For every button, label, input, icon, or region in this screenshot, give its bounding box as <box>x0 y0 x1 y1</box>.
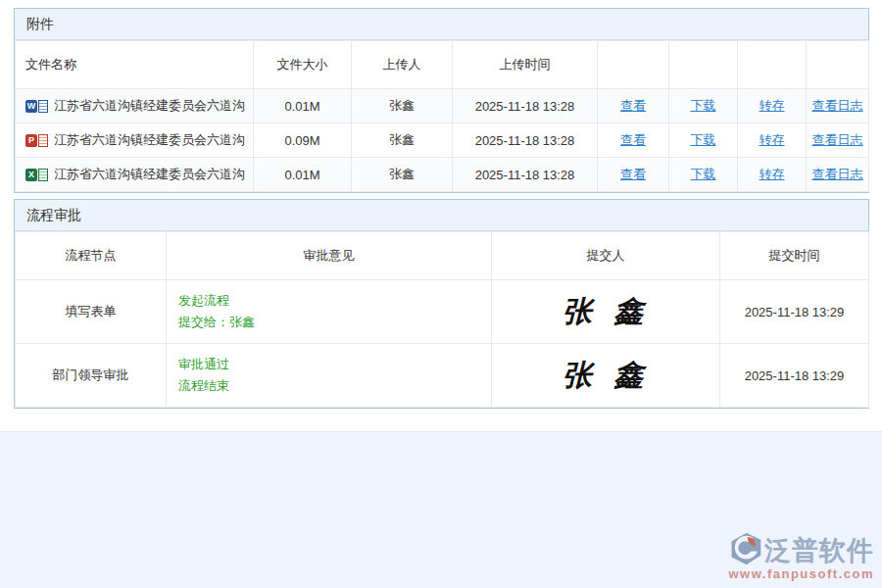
flow-node: 填写表单 <box>16 280 167 344</box>
view-log-link[interactable]: 查看日志 <box>812 132 863 147</box>
vendor-logo: 泛普软件 www.fanpusoft.com <box>728 532 874 581</box>
opinion-cell: 审批通过 流程结束 <box>167 344 492 408</box>
column-action-1 <box>598 41 669 89</box>
attachments-table: 文件名称 文件大小 上传人 上传时间 W江苏省六道沟镇经建委员会六道沟 0.01… <box>15 40 869 192</box>
column-file-name: 文件名称 <box>16 41 254 89</box>
ppt-file-icon: P <box>25 134 48 147</box>
flow-node: 部门领导审批 <box>16 344 167 408</box>
uploader: 张鑫 <box>352 158 453 192</box>
transfer-link[interactable]: 转存 <box>760 167 785 181</box>
attachments-header-row: 文件名称 文件大小 上传人 上传时间 <box>16 41 869 89</box>
view-log-link[interactable]: 查看日志 <box>812 167 863 181</box>
submit-time: 2025-11-18 13:29 <box>720 344 869 408</box>
file-size: 0.01M <box>254 89 352 123</box>
attachments-panel: 附件 文件名称 文件大小 上传人 上传时间 W江苏省六道沟镇经建委员会六道沟 <box>14 8 869 193</box>
column-opinion: 审批意见 <box>167 232 492 280</box>
upload-time: 2025-11-18 13:28 <box>453 158 598 192</box>
attachment-row: W江苏省六道沟镇经建委员会六道沟 0.01M 张鑫 2025-11-18 13:… <box>16 89 869 123</box>
upload-time: 2025-11-18 13:28 <box>453 89 598 123</box>
excel-file-icon: X <box>25 169 48 181</box>
view-link[interactable]: 查看 <box>620 132 646 147</box>
view-link[interactable]: 查看 <box>620 98 646 113</box>
file-name: 江苏省六道沟镇经建委员会六道沟 <box>54 132 245 147</box>
file-name-cell: P江苏省六道沟镇经建委员会六道沟 <box>16 123 254 158</box>
submitter-signature: 张 鑫 <box>492 280 720 344</box>
column-flow-node: 流程节点 <box>16 232 167 280</box>
submit-time: 2025-11-18 13:29 <box>720 280 869 344</box>
view-log-link[interactable]: 查看日志 <box>812 98 863 113</box>
column-uploader: 上传人 <box>352 41 453 89</box>
attachment-row: P江苏省六道沟镇经建委员会六道沟 0.09M 张鑫 2025-11-18 13:… <box>16 123 869 158</box>
column-upload-time: 上传时间 <box>453 41 598 89</box>
opinion-line: 审批通过 <box>178 354 490 375</box>
view-link[interactable]: 查看 <box>620 167 646 181</box>
attachments-title: 附件 <box>15 9 868 40</box>
file-name-cell: X江苏省六道沟镇经建委员会六道沟 <box>16 158 254 192</box>
approval-title: 流程审批 <box>15 200 868 231</box>
file-size: 0.09M <box>254 123 352 158</box>
opinion-cell: 发起流程 提交给：张鑫 <box>167 280 492 344</box>
transfer-link[interactable]: 转存 <box>760 98 785 113</box>
approval-panel: 流程审批 流程节点 审批意见 提交人 提交时间 填写表单 发起流程 提交给：张鑫… <box>14 199 869 409</box>
fanpu-logo-icon <box>729 532 762 569</box>
opinion-line: 提交给：张鑫 <box>178 312 490 333</box>
approval-table: 流程节点 审批意见 提交人 提交时间 填写表单 发起流程 提交给：张鑫 张 鑫 … <box>15 231 869 408</box>
vendor-name: 泛普软件 <box>764 536 874 565</box>
opinion-line: 发起流程 <box>178 290 490 312</box>
download-link[interactable]: 下载 <box>691 167 716 181</box>
uploader: 张鑫 <box>352 123 453 158</box>
column-action-2 <box>669 41 738 89</box>
uploader: 张鑫 <box>352 89 453 123</box>
opinion-line: 流程结束 <box>178 375 490 397</box>
column-file-size: 文件大小 <box>254 41 352 89</box>
attachment-row: X江苏省六道沟镇经建委员会六道沟 0.01M 张鑫 2025-11-18 13:… <box>16 158 869 192</box>
column-action-4 <box>807 41 869 89</box>
column-submit-time: 提交时间 <box>720 232 869 280</box>
approval-header-row: 流程节点 审批意见 提交人 提交时间 <box>16 232 869 280</box>
page: 附件 文件名称 文件大小 上传人 上传时间 W江苏省六道沟镇经建委员会六道沟 <box>0 0 882 588</box>
file-name-cell: W江苏省六道沟镇经建委员会六道沟 <box>16 89 254 123</box>
file-name: 江苏省六道沟镇经建委员会六道沟 <box>54 167 245 181</box>
column-action-3 <box>738 41 807 89</box>
submitter-signature: 张 鑫 <box>492 344 720 408</box>
download-link[interactable]: 下载 <box>691 98 716 113</box>
vendor-url: www.fanpusoft.com <box>728 566 874 581</box>
approval-row: 填写表单 发起流程 提交给：张鑫 张 鑫 2025-11-18 13:29 <box>16 280 869 344</box>
download-link[interactable]: 下载 <box>691 132 716 147</box>
file-size: 0.01M <box>254 158 352 192</box>
footer: 泛普软件 www.fanpusoft.com <box>0 431 882 588</box>
transfer-link[interactable]: 转存 <box>760 132 785 147</box>
upload-time: 2025-11-18 13:28 <box>453 123 598 158</box>
file-name: 江苏省六道沟镇经建委员会六道沟 <box>54 98 245 113</box>
word-file-icon: W <box>25 100 48 113</box>
approval-row: 部门领导审批 审批通过 流程结束 张 鑫 2025-11-18 13:29 <box>16 344 869 408</box>
column-submitter: 提交人 <box>492 232 720 280</box>
